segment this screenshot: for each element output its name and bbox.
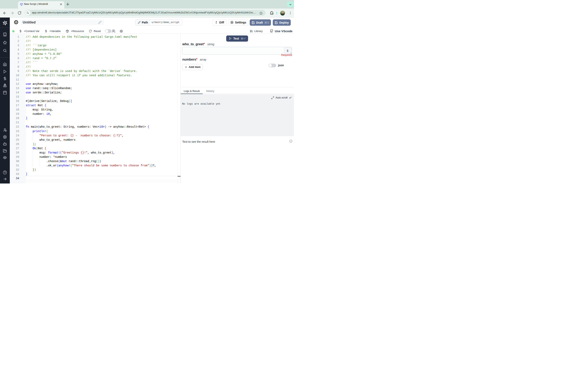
svg-text:R: R [15, 21, 17, 24]
